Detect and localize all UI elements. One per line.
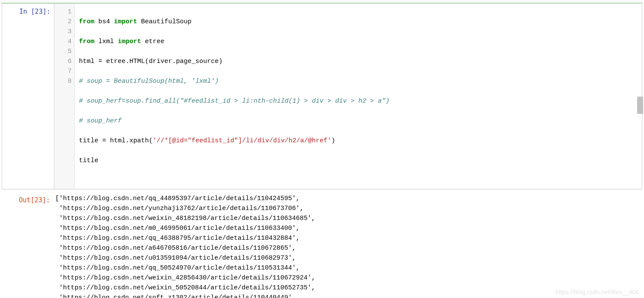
code-line[interactable]: from bs4 import BeautifulSoup (79, 17, 638, 27)
output-cell: Out[23]: ['https://blog.csdn.net/qq_4489… (2, 189, 642, 298)
line-number: 8 (54, 76, 72, 86)
code-text: ) (331, 137, 335, 144)
comment: # soup_herf=soup.find_all("#feedlist_id … (79, 97, 390, 105)
code-line[interactable]: title = html.xpath('//*[@id="feedlist_id… (79, 136, 638, 146)
keyword: from (79, 18, 94, 25)
vertical-scrollbar[interactable] (637, 97, 643, 278)
line-number-gutter: 1 2 3 4 5 6 7 8 (54, 3, 75, 189)
code-area[interactable]: 1 2 3 4 5 6 7 8 from bs4 import Beautifu… (54, 3, 642, 189)
watermark: https://blog.csdn.net/Rex__404 (556, 289, 639, 295)
line-number: 6 (54, 56, 72, 66)
code-line[interactable]: # soup_herf=soup.find_all("#feedlist_id … (79, 96, 638, 106)
input-cell[interactable]: In [23]: 1 2 3 4 5 6 7 8 from bs4 import… (2, 3, 642, 189)
line-number: 7 (54, 66, 72, 76)
keyword: import (114, 18, 137, 25)
string-literal: '//*[@id="feedlist_id"]/li/div/div/h2/a/… (153, 137, 331, 144)
code-line[interactable]: # soup = BeautifulSoup(html, 'lxml') (79, 76, 638, 86)
code-line[interactable]: from lxml import etree (79, 37, 638, 47)
module-name: lxml (94, 38, 118, 45)
line-number: 2 (54, 17, 72, 27)
module-name: BeautifulSoup (137, 18, 192, 25)
code-text: title (79, 157, 98, 164)
code-text: title = html.xpath( (79, 137, 153, 144)
code-text: html = etree.HTML(driver.page_source) (79, 58, 223, 65)
notebook-root: In [23]: 1 2 3 4 5 6 7 8 from bs4 import… (0, 0, 644, 298)
code-editor[interactable]: from bs4 import BeautifulSoup from lxml … (75, 3, 642, 189)
code-line[interactable]: # soup_herf (79, 116, 638, 126)
comment: # soup_herf (79, 117, 122, 125)
code-line[interactable]: html = etree.HTML(driver.page_source) (79, 56, 638, 66)
code-line[interactable]: title (79, 156, 638, 166)
comment: # soup = BeautifulSoup(html, 'lxml') (79, 78, 219, 85)
line-number: 4 (54, 37, 72, 47)
module-name: etree (141, 38, 164, 45)
cell-top-border (0, 0, 644, 3)
keyword: import (118, 38, 141, 45)
input-prompt: In [23]: (2, 3, 54, 16)
output-body[interactable]: ['https://blog.csdn.net/qq_44895397/arti… (53, 192, 642, 298)
line-number: 3 (54, 27, 72, 37)
output-prompt: Out[23]: (2, 192, 53, 204)
line-number: 5 (54, 47, 72, 56)
scrollbar-thumb[interactable] (637, 97, 643, 114)
line-number: 1 (54, 7, 72, 17)
module-name: bs4 (94, 18, 114, 25)
keyword: from (79, 38, 94, 45)
